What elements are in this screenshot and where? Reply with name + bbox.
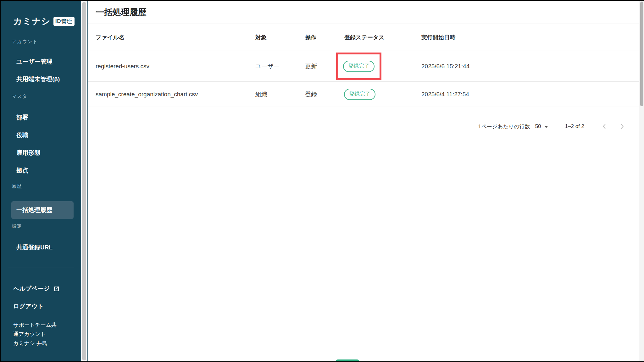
app-window: カミナシ ID管理 アカウントユーザー管理共用端末管理(β)マスタ部署役職雇用形… bbox=[0, 0, 644, 362]
main-content: 一括処理履歴 ファイル名対象操作登録ステータス実行開始日時 registered… bbox=[88, 1, 644, 361]
chevron-left-icon[interactable] bbox=[600, 122, 609, 131]
cell-operation: 更新 bbox=[305, 62, 317, 70]
cell-status: 登録完了 bbox=[344, 89, 375, 100]
sidebar-divider bbox=[8, 268, 74, 268]
column-header: 操作 bbox=[305, 34, 316, 41]
page-scrollbar-thumb[interactable] bbox=[640, 2, 643, 106]
status-badge: 登録完了 bbox=[343, 61, 375, 72]
external-link-icon bbox=[53, 286, 59, 292]
dropdown-caret-icon bbox=[544, 126, 548, 128]
sidebar-item-logout[interactable]: ログアウト bbox=[13, 298, 44, 315]
rows-per-page-value: 50 bbox=[535, 123, 541, 130]
table-body: registered-users.csvユーザー更新登録完了2025/6/6 1… bbox=[88, 51, 644, 107]
cell-target: 組織 bbox=[255, 90, 267, 98]
nav-section-label: 履歴 bbox=[12, 183, 22, 189]
cell-file-name: registered-users.csv bbox=[96, 63, 149, 70]
sidebar-item[interactable]: 雇用形態 bbox=[1, 144, 81, 162]
help-page-label: ヘルプページ bbox=[13, 285, 50, 293]
brand-logo-text: カミナシ bbox=[13, 15, 51, 27]
nav-section-label: マスタ bbox=[12, 93, 27, 99]
column-header: 実行開始日時 bbox=[421, 34, 455, 41]
cell-started-at: 2025/6/4 11:27:54 bbox=[421, 91, 469, 98]
rows-per-page-label: 1ページあたりの行数 bbox=[478, 123, 530, 130]
sidebar-item[interactable]: 共用端末管理(β) bbox=[1, 70, 81, 88]
account-info-line: サポートチーム共 bbox=[13, 320, 73, 330]
page-scrollbar[interactable] bbox=[639, 1, 644, 361]
table-row: registered-users.csvユーザー更新登録完了2025/6/6 1… bbox=[88, 51, 644, 82]
cell-target: ユーザー bbox=[255, 62, 280, 70]
account-info-line: 通アカウント bbox=[13, 330, 73, 339]
cell-file-name: sample_create_organization_chart.csv bbox=[96, 91, 198, 98]
sidebar: カミナシ ID管理 アカウントユーザー管理共用端末管理(β)マスタ部署役職雇用形… bbox=[1, 1, 81, 361]
column-header: 登録ステータス bbox=[344, 34, 385, 41]
brand-logo[interactable]: カミナシ ID管理 bbox=[13, 15, 75, 27]
account-info: サポートチーム共通アカウントカミナシ 井島 bbox=[13, 320, 73, 348]
sidebar-item-help-page[interactable]: ヘルプページ bbox=[13, 280, 59, 298]
nav-section-label: アカウント bbox=[12, 39, 38, 45]
chevron-right-icon[interactable] bbox=[618, 122, 626, 131]
sidebar-item[interactable]: 一括処理履歴 bbox=[11, 201, 74, 219]
sidebar-scrollbar-thumb[interactable] bbox=[82, 2, 86, 360]
sidebar-item[interactable]: ユーザー管理 bbox=[1, 53, 81, 70]
pagination-range: 1–2 of 2 bbox=[565, 123, 584, 130]
column-header: 対象 bbox=[255, 34, 267, 41]
apps-grid-icon[interactable] bbox=[68, 19, 74, 25]
account-info-line: カミナシ 井島 bbox=[13, 339, 73, 348]
sidebar-item[interactable]: 拠点 bbox=[1, 161, 81, 179]
sidebar-scrollbar[interactable] bbox=[81, 1, 87, 361]
nav-section-label: 設定 bbox=[12, 223, 22, 229]
cell-status: 登録完了 bbox=[336, 53, 381, 80]
sidebar-item[interactable]: 共通登録URL bbox=[1, 238, 81, 256]
highlight-box: 登録完了 bbox=[336, 53, 381, 80]
page-title: 一括処理履歴 bbox=[96, 7, 147, 18]
bottom-green-button-peek[interactable] bbox=[336, 359, 359, 361]
cell-operation: 登録 bbox=[305, 90, 317, 98]
pagination-bar: 1ページあたりの行数 50 1–2 of 2 bbox=[88, 115, 644, 138]
cell-started-at: 2025/6/6 15:21:44 bbox=[421, 63, 469, 70]
sidebar-item[interactable]: 役職 bbox=[1, 126, 81, 144]
title-bar: 一括処理履歴 bbox=[88, 1, 644, 24]
logout-label: ログアウト bbox=[13, 302, 44, 310]
table-row: sample_create_organization_chart.csv組織登録… bbox=[88, 82, 644, 107]
rows-per-page-select[interactable]: 50 bbox=[535, 123, 548, 130]
table-header-row: ファイル名対象操作登録ステータス実行開始日時 bbox=[88, 24, 644, 51]
column-header: ファイル名 bbox=[96, 34, 125, 41]
sidebar-item[interactable]: 部署 bbox=[1, 109, 81, 126]
status-badge: 登録完了 bbox=[344, 89, 375, 100]
